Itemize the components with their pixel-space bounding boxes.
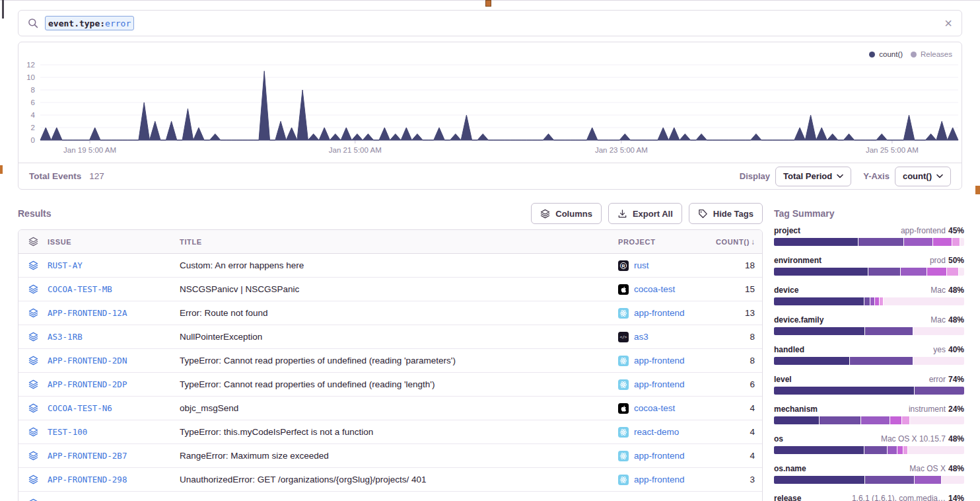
tag-bar-segment[interactable] bbox=[774, 238, 858, 246]
tag-bar-segment[interactable] bbox=[890, 416, 901, 424]
issue-link[interactable]: APP-FRONTEND-2DN bbox=[48, 356, 180, 366]
columns-stack-icon bbox=[540, 209, 550, 219]
tag-bar-segment[interactable] bbox=[884, 297, 964, 305]
tag-bar-segment[interactable] bbox=[915, 476, 941, 484]
svg-text:0: 0 bbox=[31, 136, 35, 144]
clear-search-icon[interactable]: × bbox=[944, 17, 952, 30]
results-header: Results Columns Export All bbox=[18, 202, 763, 225]
tag-bar-segment[interactable] bbox=[913, 357, 964, 365]
events-chart[interactable]: 024681012Jan 19 5:00 AMJan 21 5:00 AMJan… bbox=[18, 42, 962, 163]
column-header-issue[interactable]: ISSUE bbox=[48, 238, 180, 246]
tag-bar-segment[interactable] bbox=[903, 446, 907, 454]
project-link[interactable]: as3 bbox=[634, 332, 648, 342]
tag-bar-segment[interactable] bbox=[933, 238, 952, 246]
tag-bar-segment[interactable] bbox=[858, 238, 903, 246]
search-query-token[interactable]: event.type:error bbox=[45, 16, 134, 30]
tag-bar-segment[interactable] bbox=[820, 416, 860, 424]
issue-link[interactable]: COCOA-TEST-N6 bbox=[48, 403, 180, 413]
issue-stack-icon bbox=[18, 308, 48, 318]
project-link[interactable]: app-frontend bbox=[634, 308, 685, 318]
tag-bar-segment[interactable] bbox=[910, 416, 964, 424]
tag-bar-segment[interactable] bbox=[880, 297, 884, 305]
tag-bar-segment[interactable] bbox=[774, 297, 864, 305]
tag-bar-segment[interactable] bbox=[850, 357, 912, 365]
tag-bar-segment[interactable] bbox=[875, 297, 879, 305]
results-section: Results Columns Export All bbox=[18, 202, 763, 501]
project-link[interactable]: app-frontend bbox=[634, 451, 685, 461]
tag-bar-segment[interactable] bbox=[774, 327, 864, 335]
project-link[interactable]: app-frontend bbox=[634, 379, 685, 389]
project-link[interactable]: cocoa-test bbox=[634, 284, 675, 294]
tag-bar-segment[interactable] bbox=[947, 268, 958, 276]
tag-bar-segment[interactable] bbox=[864, 297, 870, 305]
table-row: TEST-100TypeError: this.myCodeIsPerfect … bbox=[18, 420, 762, 444]
tag-bar-segment[interactable] bbox=[868, 268, 900, 276]
tag-bar-segment[interactable] bbox=[901, 268, 927, 276]
tag-bar-segment[interactable] bbox=[864, 446, 887, 454]
columns-button[interactable]: Columns bbox=[531, 203, 602, 224]
tag-bar-segment[interactable] bbox=[861, 416, 889, 424]
tag-bar-segment[interactable] bbox=[865, 327, 913, 335]
issue-link[interactable]: COCOA-TEST-MB bbox=[48, 284, 180, 294]
tag-bar-segment[interactable] bbox=[904, 238, 932, 246]
results-table: ISSUE TITLE PROJECT COUNT()↓ RUST-AYCust… bbox=[18, 229, 763, 501]
tag-distribution-bar bbox=[774, 268, 964, 276]
tag-bar-segment[interactable] bbox=[913, 327, 964, 335]
export-all-button-label: Export All bbox=[633, 209, 673, 219]
tag-bar-segment[interactable] bbox=[960, 238, 964, 246]
project-link[interactable]: app-frontend bbox=[634, 475, 685, 484]
tag-summary-row-mechanism: mechanisminstrument24% bbox=[774, 405, 964, 424]
tag-icon bbox=[698, 209, 708, 219]
tag-bar-segment[interactable] bbox=[908, 446, 964, 454]
project-link[interactable]: rust bbox=[634, 260, 649, 270]
event-title: UnauthorizedError: GET /organizations/{o… bbox=[180, 475, 618, 484]
tag-bar-segment[interactable] bbox=[865, 476, 914, 484]
event-title: RangeError: Maximum size exceeded bbox=[180, 451, 618, 461]
legend-item-releases[interactable]: Releases bbox=[911, 50, 952, 58]
project-link[interactable]: react-demo bbox=[634, 427, 679, 437]
project-link[interactable]: app-frontend bbox=[634, 356, 685, 366]
event-count: 6 bbox=[709, 379, 755, 389]
export-all-button[interactable]: Export All bbox=[608, 203, 682, 224]
issue-link[interactable]: AS3-1RB bbox=[48, 332, 180, 342]
tag-bar-segment[interactable] bbox=[902, 416, 909, 424]
tag-top-percent: 74% bbox=[948, 375, 964, 384]
legend-item-count[interactable]: count() bbox=[869, 50, 903, 58]
tag-name: environment bbox=[774, 256, 822, 265]
issue-link[interactable]: APP-FRONTEND-298 bbox=[48, 475, 180, 484]
issue-link[interactable]: APP-FRONTEND-2DP bbox=[48, 379, 180, 389]
issue-link[interactable]: RUST-AY bbox=[48, 260, 180, 270]
tag-bar-segment[interactable] bbox=[927, 268, 946, 276]
column-header-project[interactable]: PROJECT bbox=[618, 238, 709, 246]
events-area-chart[interactable]: 024681012Jan 19 5:00 AMJan 21 5:00 AMJan… bbox=[18, 42, 962, 163]
tag-bar-segment[interactable] bbox=[915, 387, 964, 395]
tag-bar-segment[interactable] bbox=[870, 297, 874, 305]
event-count: 8 bbox=[709, 332, 755, 342]
yaxis-dropdown[interactable]: count() bbox=[895, 167, 951, 186]
tag-bar-segment[interactable] bbox=[774, 446, 864, 454]
tag-bar-segment[interactable] bbox=[774, 476, 864, 484]
issue-link[interactable]: APP-FRONTEND-2B7 bbox=[48, 451, 180, 461]
column-header-title[interactable]: TITLE bbox=[180, 238, 618, 246]
issue-link[interactable]: TEST-100 bbox=[48, 427, 180, 437]
tag-bar-segment[interactable] bbox=[888, 446, 897, 454]
download-icon bbox=[617, 209, 627, 219]
issue-stack-icon bbox=[18, 451, 48, 461]
tag-bar-segment[interactable] bbox=[897, 446, 903, 454]
search-bar[interactable]: event.type:error × bbox=[18, 10, 962, 36]
project-link[interactable]: cocoa-test bbox=[634, 403, 675, 413]
chart-panel: 024681012Jan 19 5:00 AMJan 21 5:00 AMJan… bbox=[18, 42, 962, 190]
column-header-count[interactable]: COUNT()↓ bbox=[709, 237, 755, 247]
tag-bar-segment[interactable] bbox=[774, 268, 868, 276]
tag-summary-row-os.name: os.nameMac OS X48% bbox=[774, 464, 964, 484]
tag-bar-segment[interactable] bbox=[774, 416, 819, 424]
hide-tags-button[interactable]: Hide Tags bbox=[689, 203, 763, 224]
tag-bar-segment[interactable] bbox=[952, 238, 960, 246]
react-project-icon bbox=[618, 356, 629, 366]
tag-bar-segment[interactable] bbox=[942, 476, 964, 484]
display-dropdown[interactable]: Total Period bbox=[775, 167, 851, 186]
tag-bar-segment[interactable] bbox=[774, 357, 849, 365]
tag-bar-segment[interactable] bbox=[959, 268, 964, 276]
tag-bar-segment[interactable] bbox=[774, 387, 914, 395]
issue-link[interactable]: APP-FRONTEND-12A bbox=[48, 308, 180, 318]
